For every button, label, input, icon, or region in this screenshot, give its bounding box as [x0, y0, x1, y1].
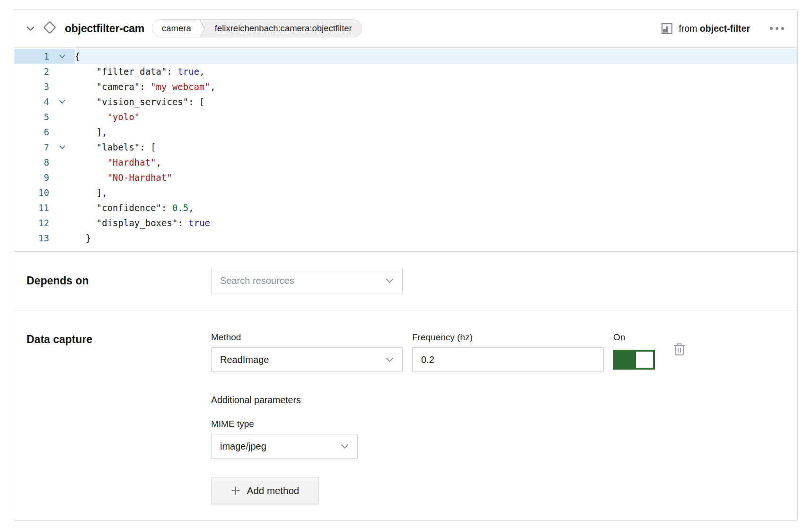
- line-number: 11: [14, 200, 49, 215]
- mime-type-select[interactable]: image/jpeg: [211, 434, 358, 459]
- line-number: 6: [14, 124, 49, 140]
- code-line-10[interactable]: 10 ],: [14, 185, 797, 200]
- fold-spacer: [49, 155, 75, 170]
- header-right: from object-filter: [661, 23, 785, 35]
- chevron-down-icon: [386, 278, 394, 283]
- fold-chevron-icon[interactable]: [49, 140, 75, 155]
- code-text: "filter_data": true,: [75, 64, 205, 79]
- module-name: object-filter: [700, 23, 750, 34]
- component-card: objectfilter-cam camera felixreichenbach…: [14, 9, 798, 521]
- module-icon: [661, 23, 673, 35]
- code-line-6[interactable]: 6 ],: [14, 124, 797, 140]
- badge-separator-chevron-icon: [198, 20, 207, 37]
- fold-spacer: [49, 109, 75, 124]
- add-method-button[interactable]: Add method: [211, 477, 319, 504]
- search-resources-placeholder: Search resources: [220, 275, 294, 286]
- editor-gutter: 6: [14, 124, 75, 140]
- editor-gutter: 1: [14, 49, 75, 64]
- chevron-down-icon: [386, 357, 394, 362]
- line-number: 13: [14, 230, 49, 246]
- line-number: 8: [14, 155, 49, 170]
- code-text: "Hardhat",: [75, 155, 161, 170]
- line-number: 10: [14, 185, 49, 200]
- editor-gutter: 13: [14, 230, 75, 246]
- data-capture-fields: Method ReadImage Frequency (hz) 0: [211, 332, 686, 504]
- fold-spacer: [49, 170, 75, 185]
- from-module-label: from object-filter: [679, 23, 750, 34]
- component-type: camera: [152, 20, 198, 37]
- code-text: "confidence": 0.5,: [75, 200, 194, 215]
- chevron-down-icon: [341, 444, 349, 449]
- code-text: "NO-Hardhat": [75, 170, 172, 185]
- editor-gutter: 11: [14, 200, 75, 215]
- line-number: 2: [14, 64, 49, 79]
- mime-type-value: image/jpeg: [220, 441, 266, 452]
- fold-spacer: [49, 200, 75, 215]
- fold-spacer: [49, 64, 75, 79]
- plus-icon: [231, 486, 240, 495]
- editor-gutter: 10: [14, 185, 75, 200]
- code-text: "display_boxes": true: [75, 215, 210, 230]
- component-diamond-icon: [42, 20, 57, 37]
- capture-method-row: Method ReadImage Frequency (hz) 0: [211, 332, 686, 372]
- code-line-13[interactable]: 13 }: [14, 230, 797, 246]
- component-type-model-badge: camera felixreichenbach:camera:objectfil…: [152, 19, 362, 37]
- editor-gutter: 9: [14, 170, 75, 185]
- depends-on-section: Depends on Search resources: [14, 252, 797, 310]
- fold-spacer: [49, 230, 75, 246]
- toggle-knob: [636, 352, 653, 368]
- code-line-8[interactable]: 8 "Hardhat",: [14, 155, 797, 170]
- collapse-chevron-icon[interactable]: [26, 26, 35, 31]
- code-text: "yolo": [75, 109, 140, 124]
- line-number: 5: [14, 109, 49, 124]
- line-number: 7: [14, 140, 49, 155]
- fold-spacer: [49, 124, 75, 140]
- code-lines: 1{2 "filter_data": true,3 "camera": "my_…: [14, 49, 797, 246]
- delete-method-trash-icon[interactable]: [673, 342, 686, 356]
- toggle-on-label: On: [613, 332, 655, 343]
- code-line-5[interactable]: 5 "yolo": [14, 109, 797, 124]
- code-line-12[interactable]: 12 "display_boxes": true: [14, 215, 797, 230]
- frequency-label: Frequency (hz): [412, 332, 604, 343]
- code-line-4[interactable]: 4 "vision_services": [: [14, 94, 797, 109]
- additional-parameters-label: Additional parameters: [211, 395, 686, 406]
- frequency-value: 0.2: [421, 354, 434, 365]
- editor-gutter: 5: [14, 109, 75, 124]
- data-capture-heading: Data capture: [26, 332, 211, 346]
- code-text: "vision_services": [: [75, 94, 205, 109]
- code-line-1[interactable]: 1{: [14, 49, 797, 64]
- fold-chevron-icon[interactable]: [49, 49, 75, 64]
- json-attributes-editor[interactable]: 1{2 "filter_data": true,3 "camera": "my_…: [14, 47, 797, 252]
- code-line-11[interactable]: 11 "confidence": 0.5,: [14, 200, 797, 215]
- component-title: objectfilter-cam: [65, 22, 144, 35]
- code-text: "camera": "my_webcam",: [75, 79, 215, 94]
- depends-on-search-select[interactable]: Search resources: [211, 269, 403, 293]
- frequency-input[interactable]: 0.2: [412, 347, 604, 372]
- line-number: 9: [14, 170, 49, 185]
- method-select[interactable]: ReadImage: [211, 347, 403, 372]
- code-line-3[interactable]: 3 "camera": "my_webcam",: [14, 79, 797, 94]
- overflow-menu-button[interactable]: [769, 26, 785, 30]
- mime-type-label: MIME type: [211, 419, 686, 429]
- editor-gutter: 2: [14, 64, 75, 79]
- code-line-2[interactable]: 2 "filter_data": true,: [14, 64, 797, 79]
- line-number: 3: [14, 79, 49, 94]
- editor-gutter: 7: [14, 140, 75, 155]
- code-text: }: [75, 230, 91, 246]
- code-line-7[interactable]: 7 "labels": [: [14, 140, 797, 155]
- code-text: {: [75, 49, 80, 64]
- line-number: 4: [14, 94, 49, 109]
- fold-spacer: [49, 79, 75, 94]
- editor-gutter: 8: [14, 155, 75, 170]
- line-number: 1: [14, 49, 49, 64]
- code-text: ],: [75, 124, 107, 140]
- component-model: felixreichenbach:camera:objectfilter: [207, 20, 362, 37]
- line-number: 12: [14, 215, 49, 230]
- editor-gutter: 3: [14, 79, 75, 94]
- fold-chevron-icon[interactable]: [49, 94, 75, 109]
- capture-on-toggle[interactable]: [613, 350, 655, 370]
- code-line-9[interactable]: 9 "NO-Hardhat": [14, 170, 797, 185]
- code-text: "labels": [: [75, 140, 156, 155]
- card-header: objectfilter-cam camera felixreichenbach…: [14, 9, 797, 47]
- editor-gutter: 4: [14, 94, 75, 109]
